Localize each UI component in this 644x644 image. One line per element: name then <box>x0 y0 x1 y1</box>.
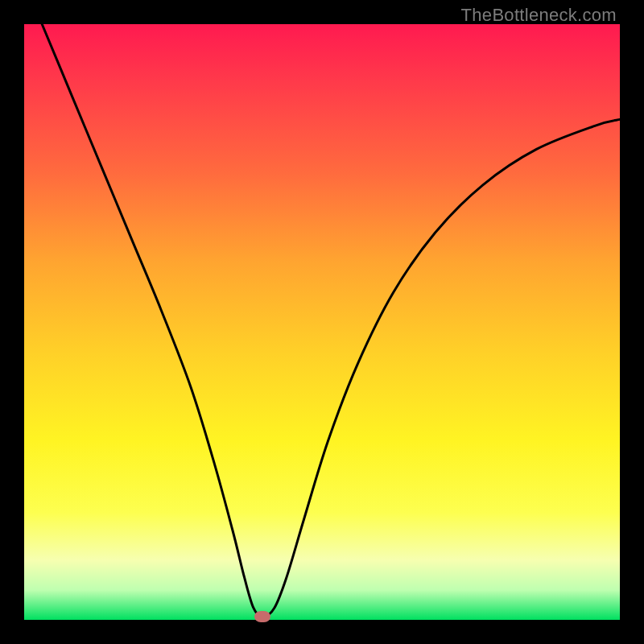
outer-frame: TheBottleneck.com <box>0 0 644 644</box>
curve-path <box>42 24 620 617</box>
watermark-text: TheBottleneck.com <box>461 5 617 26</box>
optimal-point-marker <box>254 611 270 622</box>
plot-area <box>24 24 620 620</box>
bottleneck-curve <box>24 24 620 620</box>
